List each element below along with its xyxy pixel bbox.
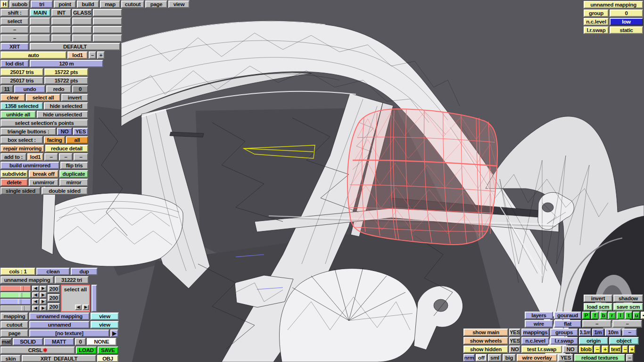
subdivide-button[interactable]: subdivide [0, 170, 28, 178]
group-button[interactable]: group [584, 9, 609, 17]
box-select-button[interactable]: box select : [0, 136, 43, 144]
1358-selected-button[interactable]: 1358 selected [0, 102, 43, 110]
blank-button[interactable]: – [44, 153, 58, 161]
l-r-swap-button[interactable]: l.r.swap [550, 337, 578, 345]
shift-button[interactable]: shift : [0, 9, 29, 16]
blue-channel-slider-thumb[interactable] [18, 299, 21, 304]
solid-button[interactable]: SOLID [13, 338, 43, 346]
blank-button[interactable]: – [622, 346, 628, 353]
redo-button[interactable]: redo [46, 85, 71, 93]
hide-selected-button[interactable]: hide selected [44, 102, 88, 110]
yes-button[interactable]: YES [558, 354, 573, 362]
blue-channel-slider-decrement-button[interactable]: ◀ [32, 299, 39, 304]
n-c-level-button[interactable]: n.c.level [584, 18, 609, 25]
unnamed-mapping-button[interactable]: unnamed mapping [584, 1, 643, 8]
t-button[interactable]: t [625, 312, 632, 319]
120-m-button[interactable]: 120 m [30, 60, 103, 67]
blank-button[interactable]: – [74, 153, 88, 161]
channel-value-1[interactable]: 200 [48, 294, 60, 302]
0-button[interactable]: 0 [610, 9, 643, 17]
nrm-button[interactable]: nrm [463, 354, 475, 362]
25017-tris-button[interactable]: 25017 tris [0, 68, 43, 76]
show-wheels-button[interactable]: show wheels [463, 337, 508, 345]
view-button[interactable]: view [91, 321, 119, 329]
red-channel-slider-increment-button[interactable]: ▶ [40, 286, 47, 291]
u-button[interactable]: u [633, 312, 640, 319]
mirror-button[interactable]: mirror [59, 179, 88, 186]
blank-button[interactable]: – [89, 51, 96, 59]
double-sided-button[interactable]: double sided [41, 187, 88, 195]
groups-button[interactable]: groups [550, 329, 578, 336]
no-button[interactable]: NO [509, 346, 520, 353]
view-button[interactable]: view [91, 313, 119, 320]
skin-button[interactable]: skin [0, 355, 21, 362]
facing-button[interactable]: facing [44, 136, 65, 144]
invert-button[interactable]: invert [584, 295, 612, 302]
1m-button[interactable]: 1m [592, 329, 604, 336]
auto-button[interactable]: auto [0, 51, 66, 59]
build-unmirrored-button[interactable]: build unmirrored [0, 162, 59, 169]
cols-1-button[interactable]: cols : 1 [0, 268, 35, 275]
map-button[interactable]: map [100, 0, 120, 8]
blank-button[interactable]: – [582, 320, 611, 328]
green-channel-slider-thumb[interactable] [19, 293, 22, 297]
15722-pts-button[interactable]: 15722 pts [44, 77, 88, 84]
0-1m-button[interactable]: 0.1m [579, 329, 591, 336]
flat-button[interactable]: flat [554, 320, 581, 328]
shadow-button[interactable]: shadow [613, 295, 643, 302]
lod1-button[interactable]: lod1 [67, 51, 88, 59]
blank-button[interactable]: + [629, 346, 635, 353]
green-channel-slider-decrement-button[interactable]: ◀ [32, 292, 39, 298]
f-button[interactable]: f [591, 312, 599, 319]
n-c-level-button[interactable]: n.c.level [521, 337, 549, 345]
point-button[interactable]: point [54, 0, 76, 8]
r-button[interactable]: r [608, 312, 616, 319]
all-button[interactable]: all [66, 136, 88, 144]
reload-textures-button[interactable]: reload textures [574, 354, 625, 362]
clear-button[interactable]: clear [0, 94, 25, 101]
green-channel-slider-increment-button[interactable]: ▶ [40, 292, 47, 298]
blank-button[interactable]: – [59, 153, 73, 161]
select-all-button[interactable]: select all [26, 94, 60, 101]
no-texture-button[interactable]: [no texture] [29, 329, 109, 337]
main-button[interactable]: MAIN [30, 9, 50, 16]
save-scm-button[interactable]: save scm [613, 303, 643, 311]
blank-button[interactable]: + [97, 51, 105, 59]
matt-button[interactable]: MATT [44, 338, 74, 346]
duplicate-button[interactable]: duplicate [59, 170, 88, 178]
channel-value-2[interactable]: 200 [48, 303, 60, 311]
color-next-button[interactable]: ▶ [83, 304, 89, 310]
wire-overlay-button[interactable]: wire overlay [517, 354, 557, 362]
select-selection-s-points-button[interactable]: select selection's points [0, 119, 88, 127]
triangle-buttons-button[interactable]: triangle buttons : [0, 128, 56, 135]
blank-button[interactable]: – [0, 34, 29, 42]
blank-button[interactable]: ▶ [110, 329, 118, 337]
unnamed-mapping-button[interactable]: unnamed mapping [0, 276, 54, 284]
15722-pts-button[interactable]: 15722 pts [44, 68, 88, 76]
sml-button[interactable]: sml [488, 354, 502, 362]
channel-value-0[interactable]: 200 [48, 285, 60, 293]
show-main-button[interactable]: show main [463, 329, 508, 336]
no-button[interactable]: NO [57, 128, 72, 135]
repair-mirroring-button[interactable]: repair mirroring [0, 145, 44, 152]
color-scroll-strip[interactable] [91, 285, 97, 312]
h-button[interactable]: H [0, 0, 8, 8]
low-button[interactable]: low [610, 18, 643, 25]
color-prev-button[interactable]: ◀ [75, 304, 82, 310]
xrt-default-button[interactable]: XRT_DEFAULT [22, 355, 96, 362]
gouraud-button[interactable]: gouraud [554, 312, 581, 319]
blank-button[interactable]: – [622, 329, 637, 336]
0-button[interactable]: 0 [72, 85, 88, 93]
static-button[interactable]: static [610, 26, 643, 34]
big-button[interactable]: big [503, 354, 516, 362]
0-button[interactable]: 0 [75, 338, 86, 346]
red-channel-slider-decrement-button[interactable]: ◀ [32, 286, 39, 291]
lod-dist-button[interactable]: lod dist [0, 60, 29, 67]
unhide-all-button[interactable]: unhide all [0, 111, 36, 118]
blue-channel-slider[interactable] [0, 299, 31, 304]
glass-button[interactable]: GLASS [72, 9, 92, 16]
blank-button[interactable]: + [602, 346, 609, 353]
text-button[interactable]: text [610, 346, 621, 353]
select-all-color-box[interactable]: select all◀▶ [61, 285, 90, 312]
b-button[interactable]: b [600, 312, 607, 319]
